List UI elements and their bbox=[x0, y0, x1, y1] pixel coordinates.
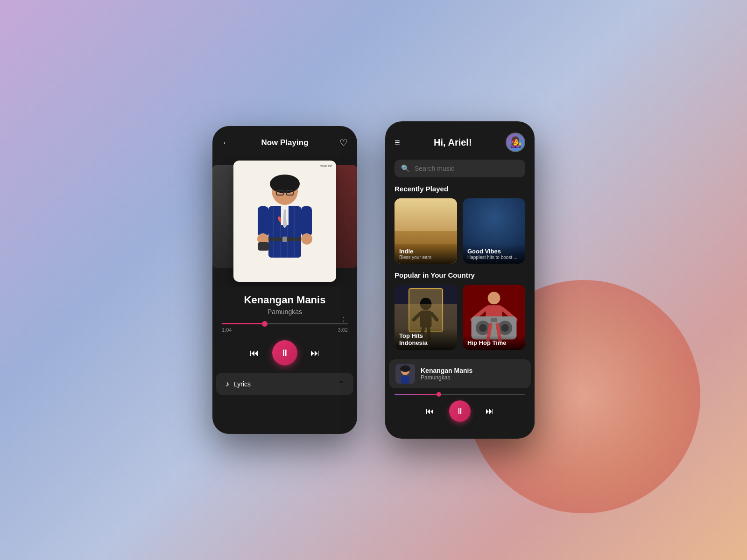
bottom-pause-icon: ⏸ bbox=[456, 406, 464, 416]
music-note-icon: ♪ bbox=[226, 380, 229, 388]
indie-title: Indie bbox=[399, 248, 452, 255]
svg-point-2 bbox=[270, 175, 300, 193]
indie-subtitle: Bless your ears bbox=[399, 255, 452, 260]
previous-button[interactable]: ⏮ bbox=[250, 348, 259, 358]
mini-player[interactable]: Kenangan Manis Pamungkas bbox=[389, 359, 531, 388]
bottom-next-button[interactable]: ⏭ bbox=[486, 406, 494, 416]
svg-line-23 bbox=[411, 230, 413, 237]
svg-point-37 bbox=[472, 206, 473, 208]
svg-line-27 bbox=[440, 231, 442, 238]
svg-point-17 bbox=[301, 233, 312, 245]
top-hits-card-label: Top Hits Indonesia bbox=[395, 329, 457, 350]
svg-point-21 bbox=[395, 217, 457, 245]
menu-icon[interactable]: ≡ bbox=[395, 137, 400, 148]
indie-card-label: Indie Bless your ears bbox=[395, 244, 457, 264]
bottom-progress-thumb[interactable] bbox=[437, 392, 441, 397]
lyrics-label: Lyrics bbox=[234, 380, 251, 388]
svg-line-26 bbox=[433, 231, 434, 239]
browse-header: ≡ Hi, Ariel! 👩‍🎤 bbox=[385, 121, 535, 158]
mini-song-title: Kenangan Manis bbox=[421, 367, 524, 374]
svg-rect-32 bbox=[487, 218, 501, 238]
top-hits-title: Top Hits Indonesia bbox=[399, 332, 452, 346]
svg-point-39 bbox=[512, 218, 514, 220]
bottom-controls: ⏮ ⏸ ⏭ bbox=[395, 400, 525, 422]
svg-line-46 bbox=[431, 314, 437, 320]
search-container: 🔍 bbox=[385, 158, 535, 185]
svg-point-64 bbox=[400, 365, 410, 372]
back-button[interactable]: ← bbox=[222, 138, 230, 148]
song-artist: Pamungkas bbox=[222, 308, 348, 315]
mini-player-artwork bbox=[395, 364, 415, 384]
good-vibes-title: Good Vibes bbox=[467, 248, 521, 255]
browse-screen: ≡ Hi, Ariel! 👩‍🎤 🔍 Recently Played bbox=[385, 121, 535, 439]
current-time: 1:04 bbox=[222, 327, 232, 333]
song-title: Kenangan Manis bbox=[222, 294, 348, 306]
artwork-illustration bbox=[238, 165, 331, 277]
svg-point-50 bbox=[488, 292, 500, 304]
pause-button[interactable]: ⏸ bbox=[272, 340, 297, 365]
svg-line-22 bbox=[404, 231, 407, 238]
now-playing-title: Now Playing bbox=[261, 138, 308, 147]
svg-rect-14 bbox=[258, 206, 268, 237]
bottom-prev-button[interactable]: ⏮ bbox=[426, 406, 434, 416]
lyrics-bar[interactable]: ♪ Lyrics ⌃ bbox=[216, 373, 353, 395]
pause-icon: ⏸ bbox=[280, 348, 289, 358]
avatar-image: 👩‍🎤 bbox=[509, 136, 521, 148]
now-playing-screen: ← Now Playing ♡ walk the bbox=[212, 126, 357, 434]
svg-rect-41 bbox=[409, 288, 443, 332]
bottom-pause-button[interactable]: ⏸ bbox=[449, 400, 471, 422]
svg-line-45 bbox=[414, 314, 420, 320]
mini-artwork-illustration bbox=[395, 364, 415, 384]
svg-rect-44 bbox=[420, 311, 432, 328]
mini-song-artist: Pamungkas bbox=[421, 374, 524, 381]
svg-point-56 bbox=[479, 324, 486, 331]
progress-container[interactable]: 1:04 3:02 bbox=[212, 319, 357, 336]
svg-rect-59 bbox=[491, 318, 497, 322]
indie-card[interactable]: Indie Bless your ears bbox=[395, 198, 457, 264]
bottom-progress-fill bbox=[395, 394, 439, 395]
progress-fill bbox=[222, 323, 265, 324]
bottom-progress-bar[interactable] bbox=[395, 394, 525, 395]
search-icon: 🔍 bbox=[401, 164, 410, 173]
progress-thumb[interactable] bbox=[262, 321, 268, 327]
good-vibes-subtitle: Happiest hits to boost ... bbox=[467, 255, 521, 260]
hip-hop-title: Hip Hop Time bbox=[467, 339, 521, 346]
svg-rect-15 bbox=[301, 206, 312, 237]
hip-hop-card[interactable]: Hip Hop Time bbox=[463, 285, 525, 350]
walk-text: walk the bbox=[320, 164, 332, 168]
chevron-up-icon: ⌃ bbox=[338, 379, 344, 388]
mini-player-info: Kenangan Manis Pamungkas bbox=[421, 367, 524, 381]
svg-rect-18 bbox=[258, 242, 269, 251]
next-button[interactable]: ⏭ bbox=[310, 348, 320, 358]
search-input[interactable] bbox=[415, 165, 519, 172]
recently-played-title: Recently Played bbox=[385, 185, 535, 198]
svg-line-25 bbox=[426, 231, 427, 238]
svg-line-34 bbox=[501, 224, 508, 229]
heart-button[interactable]: ♡ bbox=[339, 137, 348, 148]
svg-point-31 bbox=[487, 204, 501, 217]
svg-point-43 bbox=[420, 298, 432, 310]
good-vibes-card-label: Good Vibes Happiest hits to boost ... bbox=[463, 244, 525, 264]
svg-rect-20 bbox=[395, 198, 457, 231]
svg-rect-65 bbox=[401, 376, 409, 384]
good-vibes-card[interactable]: Good Vibes Happiest hits to boost ... bbox=[463, 198, 525, 264]
artwork-container: walk the bbox=[212, 156, 357, 287]
lyrics-left: ♪ Lyrics bbox=[226, 380, 251, 388]
song-info: Kenangan Manis Pamungkas ⋮ bbox=[212, 287, 357, 319]
svg-rect-13 bbox=[282, 237, 287, 242]
search-box[interactable]: 🔍 bbox=[395, 160, 525, 177]
svg-line-24 bbox=[419, 232, 420, 239]
popular-title: Popular in Your Country bbox=[385, 271, 535, 285]
progress-bar[interactable] bbox=[222, 323, 348, 324]
total-time: 3:02 bbox=[338, 327, 348, 333]
avatar[interactable]: 👩‍🎤 bbox=[506, 133, 525, 152]
popular-cards: Top Hits Indonesia bbox=[385, 285, 535, 357]
top-hits-card[interactable]: Top Hits Indonesia bbox=[395, 285, 457, 350]
svg-line-28 bbox=[447, 232, 448, 239]
hip-hop-card-label: Hip Hop Time bbox=[463, 336, 525, 350]
greeting-text: Hi, Ariel! bbox=[434, 137, 472, 148]
svg-line-33 bbox=[477, 212, 487, 222]
recently-played-cards: Indie Bless your ears bbox=[385, 198, 535, 271]
artwork-main: walk the bbox=[233, 161, 336, 282]
bottom-bar: ⏮ ⏸ ⏭ bbox=[385, 390, 535, 427]
